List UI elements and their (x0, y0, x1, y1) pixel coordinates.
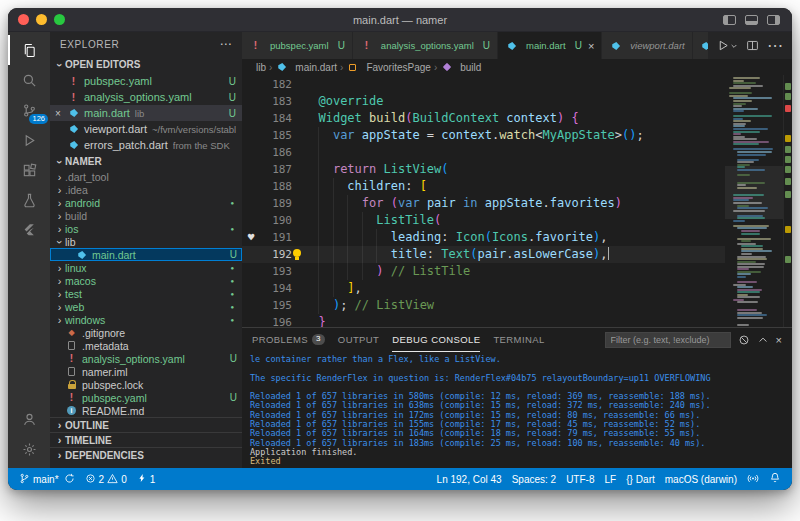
panel-tab-terminal[interactable]: TERMINAL (493, 328, 544, 352)
open-editor-viewport.dart[interactable]: viewport.dart~/fvm/versions/stable/packa… (50, 121, 242, 137)
tree-item-web[interactable]: ›web● (50, 300, 242, 313)
glyph-margin[interactable] (242, 212, 260, 229)
problems-indicator[interactable]: 2 0 (80, 468, 132, 490)
breadcrumb-item-FavoritesPage[interactable]: FavoritesPage (346, 62, 430, 73)
code-text[interactable] (292, 76, 725, 93)
panel-tab-debug-console[interactable]: DEBUG CONSOLE (392, 328, 480, 352)
glyph-margin[interactable] (242, 161, 260, 178)
glyph-margin[interactable] (242, 93, 260, 110)
code-line-192[interactable]: 192 title: Text(pair.asLowerCase), (242, 246, 725, 263)
open-editor-pubspec.yaml[interactable]: !pubspec.yamlU (50, 73, 242, 89)
flutter-device-selector[interactable]: macOS (darwin) (660, 474, 742, 485)
glyph-margin[interactable] (242, 297, 260, 314)
code-text[interactable]: ) // ListTile (292, 263, 725, 280)
glyph-margin[interactable] (242, 263, 260, 280)
open-editor-analysis_options.yaml[interactable]: !analysis_options.yamlU (50, 89, 242, 105)
code-text[interactable]: ], (292, 280, 725, 297)
code-line-194[interactable]: 194 ], (242, 280, 725, 297)
notifications-bell[interactable] (764, 472, 786, 486)
run-debug-activity-icon[interactable] (8, 125, 50, 155)
tab-analysis_options.yaml[interactable]: !analysis_options.yamlU (353, 32, 498, 59)
tree-item-namer.iml[interactable]: namer.iml (50, 365, 242, 378)
tab-errors_patch.dart[interactable]: errors_patch.dart (693, 32, 708, 59)
code-line-183[interactable]: 183 @override (242, 93, 725, 110)
sidebar-section-outline[interactable]: ›OUTLINE (50, 417, 242, 432)
open-editors-section-header[interactable]: › OPEN EDITORS (50, 56, 242, 73)
tree-item-README.md[interactable]: iREADME.md (50, 404, 242, 417)
glyph-margin[interactable] (242, 280, 260, 297)
split-editor-icon[interactable] (746, 39, 759, 52)
breadcrumb-item-lib[interactable]: lib (256, 62, 266, 73)
tree-item-build[interactable]: ›build (50, 209, 242, 222)
code-text[interactable]: var appState = context.watch<MyAppState>… (292, 127, 725, 144)
minimize-window-button[interactable] (36, 14, 47, 25)
zoom-window-button[interactable] (54, 14, 65, 25)
account-icon[interactable] (8, 404, 50, 434)
breadcrumb-item-build[interactable]: build (440, 62, 481, 73)
code-text[interactable]: Widget build(BuildContext context) { (292, 110, 725, 127)
extensions-activity-icon[interactable] (8, 155, 50, 185)
tree-item-windows[interactable]: ›windows● (50, 313, 242, 326)
code-text[interactable]: return ListView( (292, 161, 725, 178)
code-text[interactable]: for (var pair in appState.favorites) (292, 195, 725, 212)
code-line-185[interactable]: 185 var appState = context.watch<MyAppSt… (242, 127, 725, 144)
tree-item-analysis_options.yaml[interactable]: !analysis_options.yamlU (50, 352, 242, 365)
tree-item-main.dart[interactable]: main.dartU (50, 248, 242, 261)
glyph-margin[interactable] (242, 195, 260, 212)
close-panel-icon[interactable]: × (776, 334, 782, 346)
tree-item-.gitignore[interactable]: ◆.gitignore (50, 326, 242, 339)
search-activity-icon[interactable] (8, 65, 50, 95)
tree-item-.metadata[interactable]: .metadata (50, 339, 242, 352)
code-line-184[interactable]: 184 Widget build(BuildContext context) { (242, 110, 725, 127)
testing-activity-icon[interactable] (8, 185, 50, 215)
language-mode-indicator[interactable]: {} Dart (621, 474, 660, 485)
code-text[interactable] (292, 144, 725, 161)
tree-item-pubspec.lock[interactable]: pubspec.lock (50, 378, 242, 391)
tree-item-pubspec.yaml[interactable]: !pubspec.yamlU (50, 391, 242, 404)
glyph-margin[interactable] (242, 314, 260, 327)
tab-main.dart[interactable]: main.dartU× (498, 32, 602, 59)
clear-console-icon[interactable] (738, 334, 750, 346)
encoding-indicator[interactable]: UTF-8 (561, 474, 599, 485)
source-control-activity-icon[interactable]: 126 (8, 95, 50, 125)
code-line-188[interactable]: 188 children: [ (242, 178, 725, 195)
heart-gutter-icon[interactable]: ♥ (242, 229, 260, 246)
toggle-panel-icon[interactable] (745, 15, 758, 25)
glyph-margin[interactable] (242, 76, 260, 93)
lightbulb-icon[interactable] (293, 249, 301, 257)
tab-viewport.dart[interactable]: viewport.dart (602, 32, 692, 59)
tree-item-.idea[interactable]: ›.idea (50, 183, 242, 196)
code-text[interactable]: title: Text(pair.asLowerCase), (292, 246, 725, 263)
tree-item-.dart_tool[interactable]: ›.dart_tool (50, 170, 242, 183)
indentation-indicator[interactable]: Spaces: 2 (507, 474, 561, 485)
code-text[interactable]: @override (292, 93, 725, 110)
code-line-186[interactable]: 186 (242, 144, 725, 161)
explorer-activity-icon[interactable] (8, 35, 50, 65)
cursor-position[interactable]: Ln 192, Col 43 (432, 474, 507, 485)
close-tab-icon[interactable]: × (588, 40, 594, 52)
glyph-margin[interactable] (242, 246, 260, 263)
code-line-187[interactable]: 187 return ListView( (242, 161, 725, 178)
code-line-182[interactable]: 182 (242, 76, 725, 93)
maximize-panel-icon[interactable] (757, 334, 769, 346)
code-line-196[interactable]: 196 } (242, 314, 725, 327)
tab-pubspec.yaml[interactable]: !pubspec.yamlU (242, 32, 353, 59)
code-line-195[interactable]: 195 ); // ListView (242, 297, 725, 314)
sidebar-section-dependencies[interactable]: ›DEPENDENCIES (50, 447, 242, 462)
panel-tab-output[interactable]: OUTPUT (338, 328, 379, 352)
git-branch-indicator[interactable]: main* (14, 468, 80, 490)
code-text[interactable]: ListTile( (292, 212, 725, 229)
close-editor-icon[interactable]: × (55, 108, 67, 119)
more-actions-icon[interactable]: ⋯ (767, 36, 783, 55)
glyph-margin[interactable] (242, 178, 260, 195)
toggle-sidebar-icon[interactable] (723, 15, 736, 25)
code-line-193[interactable]: 193 ) // ListTile (242, 263, 725, 280)
sidebar-section-timeline[interactable]: ›TIMELINE (50, 432, 242, 447)
run-file-icon[interactable] (717, 39, 738, 52)
eol-indicator[interactable]: LF (599, 474, 621, 485)
glyph-margin[interactable] (242, 127, 260, 144)
settings-gear-icon[interactable] (8, 434, 50, 464)
breadcrumb-item-main.dart[interactable]: main.dart (275, 62, 337, 73)
glyph-margin[interactable] (242, 110, 260, 127)
debug-console-output[interactable]: le container rather than a Flex, like a … (242, 352, 792, 468)
